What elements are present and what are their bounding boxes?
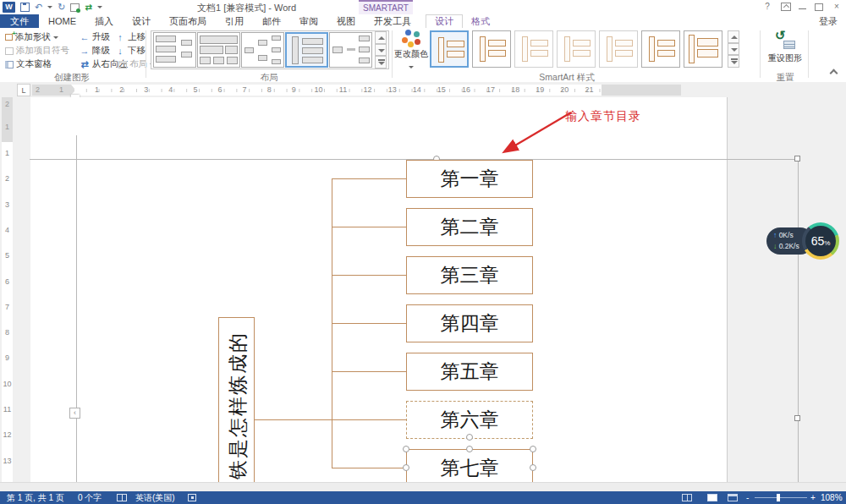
layout-thumbnail-3[interactable] [241, 32, 284, 68]
node-handle-right[interactable] [530, 464, 536, 471]
smartart-node[interactable]: 第一章 [406, 160, 533, 198]
color-dot [408, 41, 414, 47]
node-handle-top-center[interactable] [466, 446, 473, 452]
smartart-style-6[interactable] [641, 30, 680, 68]
zoom-level[interactable]: 108% [821, 491, 843, 504]
ribbon-tab[interactable]: 设计 [123, 14, 160, 28]
read-mode-icon[interactable] [682, 494, 692, 501]
tab-smartart-format[interactable]: 格式 [463, 14, 498, 28]
add-shape-button[interactable]: 添加形状 [5, 31, 58, 43]
vertical-ruler[interactable]: 2 1 12345678910111213 [0, 97, 14, 482]
sign-in-link[interactable]: 登录 [819, 14, 838, 28]
qat-icon-6[interactable]: ⇄ [85, 3, 91, 12]
help-icon[interactable]: ? [761, 2, 773, 12]
tab-selector[interactable]: L [17, 84, 30, 96]
ribbon-tab[interactable]: 引用 [216, 14, 253, 28]
layout-button[interactable]: 布局 [118, 58, 155, 70]
layout-thumbnail-4-selected[interactable] [285, 32, 328, 68]
smartart-style-5[interactable] [599, 30, 638, 68]
ribbon-display-options-icon[interactable] [781, 3, 791, 11]
styles-scroll-up-icon[interactable] [728, 30, 739, 43]
smartart-root-node[interactable]: 铁是怎样炼成的 [218, 317, 255, 482]
text-pane-toggle-button[interactable]: ‹ [69, 408, 80, 419]
page[interactable] [30, 97, 728, 482]
promote-button[interactable]: ←升级 [80, 31, 110, 43]
close-icon[interactable]: × [831, 2, 843, 12]
smartart-node[interactable]: 第四章 [406, 304, 533, 342]
canvas-left-border[interactable] [76, 135, 77, 482]
move-down-button[interactable]: ↓下移 [115, 45, 146, 57]
ribbon-tab[interactable]: 邮件 [253, 14, 290, 28]
layout-thumbnail-2[interactable] [197, 32, 240, 68]
ruler-number: 4 [158, 85, 183, 96]
word-logo-icon[interactable]: W [3, 2, 15, 13]
word-count[interactable]: 0 个字 [78, 491, 102, 504]
smartart-style-3[interactable] [514, 30, 553, 68]
ribbon-tab[interactable]: 开发工具 [365, 14, 420, 28]
tab-smartart-design-active[interactable]: 设计 [426, 14, 463, 28]
node-handle-left[interactable] [403, 464, 409, 471]
canvas-top-right-handle[interactable] [794, 156, 800, 162]
style-shape [447, 41, 464, 47]
ruler-numbers: 123456789101112131415161718192021 [74, 85, 602, 96]
node-rotate-handle[interactable] [466, 434, 473, 441]
demote-button[interactable]: →降级 [80, 45, 110, 57]
print-layout-icon[interactable] [707, 494, 717, 501]
smartart-style-7[interactable] [684, 30, 722, 68]
reset-graphic-button[interactable]: ↺ 重设图形 [766, 30, 805, 69]
zoom-out-button[interactable]: - [746, 491, 749, 504]
gallery-more-icon[interactable] [375, 56, 387, 68]
qat-icon-5[interactable] [70, 3, 80, 12]
ribbon-tab[interactable]: 视图 [327, 14, 365, 28]
ribbon-tab[interactable]: HOME [39, 14, 85, 28]
smartart-node[interactable]: 第七章 [406, 449, 533, 482]
zoom-in-button[interactable]: + [810, 491, 816, 504]
canvas-right-border[interactable] [798, 159, 799, 482]
layout-thumbnail-5[interactable] [329, 32, 372, 68]
undo-icon[interactable]: ↶ [35, 2, 42, 13]
smartart-style-4[interactable] [557, 30, 596, 68]
redo-icon[interactable]: ↻ [58, 2, 65, 13]
horizontal-ruler[interactable]: L 2 1 123456789101112131415161718192021 [0, 82, 846, 97]
ruler-number: 19 [528, 85, 552, 96]
node-handle-top-left[interactable] [403, 446, 409, 452]
undo-dropdown-icon[interactable] [47, 6, 52, 8]
customize-qat-icon[interactable] [97, 6, 102, 8]
restore-icon[interactable] [815, 3, 823, 11]
tab-file[interactable]: 文件 [0, 14, 39, 28]
text-pane-button[interactable]: 文本窗格 [5, 58, 52, 70]
save-icon[interactable] [20, 3, 30, 12]
page-indicator[interactable]: 第 1 页, 共 1 页 [7, 491, 64, 504]
styles-scroll-down-icon[interactable] [728, 43, 739, 56]
smartart-node[interactable]: 第二章 [406, 208, 533, 246]
minimize-icon[interactable] [799, 3, 807, 11]
smartart-style-2[interactable] [472, 30, 511, 68]
down-triangle-icon [731, 61, 738, 64]
smartart-node[interactable]: 第三章 [406, 256, 533, 294]
proofing-icon[interactable] [117, 494, 127, 501]
web-layout-icon[interactable] [728, 494, 738, 501]
zoom-slider-thumb[interactable] [777, 494, 780, 501]
smartart-style-1-selected[interactable] [430, 30, 469, 68]
group-separator [146, 30, 146, 78]
language-indicator[interactable]: 英语(美国) [135, 491, 175, 504]
accelerator-ball[interactable]: 65% [802, 222, 839, 260]
collapse-ribbon-icon[interactable] [830, 69, 838, 78]
ribbon-tab[interactable]: 审阅 [290, 14, 327, 28]
ribbon-tab[interactable]: 插入 [85, 14, 123, 28]
add-bullet-button[interactable]: 添加项目符号 [5, 45, 69, 57]
ruler-number: 16 [453, 85, 478, 96]
styles-more-icon[interactable] [728, 55, 739, 68]
zoom-slider[interactable] [755, 497, 807, 498]
node-handle-top-right[interactable] [530, 446, 536, 452]
move-up-button[interactable]: ↑上移 [115, 31, 146, 43]
document-area[interactable]: ‹ 铁是怎样炼成的 第一章第二章第三章第四章第五章第六章第七章 输入章节目录 [0, 97, 846, 482]
change-colors-button[interactable]: 更改颜色 [394, 30, 428, 70]
canvas-right-middle-handle[interactable] [794, 415, 800, 421]
ribbon-tab[interactable]: 页面布局 [160, 14, 216, 28]
gallery-scroll-down-icon[interactable] [375, 44, 387, 57]
gallery-scroll-up-icon[interactable] [375, 31, 387, 44]
macro-record-icon[interactable] [188, 494, 196, 501]
layout-thumbnail-1[interactable] [153, 32, 196, 68]
smartart-node[interactable]: 第五章 [406, 353, 533, 391]
